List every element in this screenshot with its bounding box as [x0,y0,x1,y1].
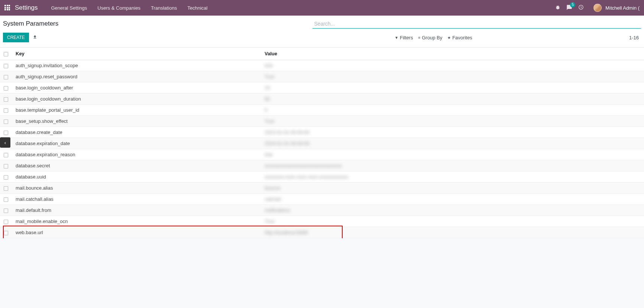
nav-general-settings[interactable]: General Settings [46,5,91,11]
cell-key: mail.default.from [12,205,261,216]
search-input[interactable] [313,19,641,29]
funnel-icon: ▼ [395,36,398,40]
cell-key: base.login_cooldown_duration [12,94,261,105]
list-view: Key Value auth_signup.invitation_scopeb2… [0,47,644,238]
favorites-label: Favorites [452,35,472,40]
cell-key: base.login_cooldown_after [12,82,261,94]
row-checkbox[interactable] [4,119,8,124]
table-row[interactable]: web.base.urlhttp://localhost:8069 [0,227,644,238]
table-row[interactable]: mail.catchall.aliascatchall [0,194,644,205]
groupby-label: Group By [422,35,442,40]
column-header-key[interactable]: Key [12,47,261,60]
table-row[interactable]: mail.default.fromnotifications [0,205,644,216]
cell-value: 2023-01-01 00:00:00 [261,127,644,138]
table-row[interactable]: base_setup.show_effectTrue [0,116,644,127]
column-header-value[interactable]: Value [261,47,644,60]
cell-key: web.base.url [12,227,261,238]
row-checkbox[interactable] [4,86,8,91]
create-button[interactable]: CREATE [3,33,29,42]
groupby-button[interactable]: ≡ Group By [418,35,442,40]
row-checkbox[interactable] [4,231,8,235]
import-button[interactable] [29,32,41,43]
cell-value: 2024-01-01 00:00:00 [261,138,644,149]
cell-key: database.secret [12,160,261,171]
row-checkbox[interactable] [4,131,8,135]
cell-value: 5 [261,105,644,116]
cell-key: auth_signup.reset_password [12,71,261,82]
cell-value: xxxxxxxx-xxxx-xxxx-xxxx-xxxxxxxxxxxx [261,171,644,183]
select-all-checkbox[interactable] [4,52,8,56]
cell-value: True [261,216,644,227]
control-panel: System Parameters CREATE ▼ Filters ≡ Gro… [0,16,644,47]
row-checkbox[interactable] [4,197,8,202]
bug-icon[interactable] [553,5,563,11]
row-checkbox[interactable] [4,186,8,191]
app-brand: Settings [15,4,38,12]
cell-value: catchall [261,194,644,205]
cell-value: trial [261,149,644,160]
table-row[interactable]: auth_signup.reset_passwordTrue [0,71,644,82]
activities-icon[interactable] [576,4,586,11]
row-checkbox[interactable] [4,209,8,213]
table-row[interactable]: base.login_cooldown_after10 [0,82,644,94]
cell-value: True [261,71,644,82]
cell-key: base_setup.show_effect [12,116,261,127]
row-checkbox[interactable] [4,153,8,157]
pager[interactable]: 1-16 [629,35,641,40]
download-icon [33,35,37,39]
cell-key: mail.catchall.alias [12,194,261,205]
messages-icon[interactable]: 5 [564,4,575,12]
star-icon: ★ [447,36,451,40]
cell-key: database.expiration_date [12,138,261,149]
avatar[interactable] [593,4,602,12]
top-nav: Settings General Settings Users & Compan… [0,0,644,16]
filters-label: Filters [400,35,413,40]
row-checkbox[interactable] [4,175,8,180]
table-row[interactable]: database.uuidxxxxxxxx-xxxx-xxxx-xxxx-xxx… [0,171,644,183]
messages-count-badge: 5 [570,2,575,7]
cell-value: 60 [261,94,644,105]
table-row[interactable]: database.expiration_reasontrial [0,149,644,160]
row-checkbox[interactable] [4,108,8,113]
cell-value: http://localhost:8069 [261,227,644,238]
nav-technical[interactable]: Technical [183,5,212,11]
table-row[interactable]: mail_mobile.enable_ocnTrue [0,216,644,227]
nav-translations[interactable]: Translations [146,5,181,11]
row-checkbox[interactable] [4,75,8,79]
list-icon: ≡ [418,36,420,40]
cell-value: True [261,116,644,127]
table-row[interactable]: auth_signup.invitation_scopeb2b [0,60,644,71]
cell-value: xxxxxxxxxxxxxxxxxxxxxxxxxxxxxxxx [261,160,644,171]
table-row[interactable]: base.template_portal_user_id5 [0,105,644,116]
cell-key: auth_signup.invitation_scope [12,60,261,71]
apps-icon[interactable] [4,5,10,11]
table-row[interactable]: base.login_cooldown_duration60 [0,94,644,105]
table-row[interactable]: mail.bounce.aliasbounce [0,183,644,194]
table-row[interactable]: database.create_date2023-01-01 00:00:00 [0,127,644,138]
cell-key: database.uuid [12,171,261,183]
filters-button[interactable]: ▼ Filters [395,35,413,40]
user-menu[interactable]: Mitchell Admin ( [605,5,640,11]
cell-value: 10 [261,82,644,94]
cell-key: mail.bounce.alias [12,183,261,194]
row-checkbox[interactable] [4,164,8,168]
table-row[interactable]: database.secretxxxxxxxxxxxxxxxxxxxxxxxxx… [0,160,644,171]
side-panel-handle[interactable]: ‹ [0,137,10,148]
cell-key: base.template_portal_user_id [12,105,261,116]
breadcrumb: System Parameters [3,19,58,27]
cell-value: b2b [261,60,644,71]
cell-value: notifications [261,205,644,216]
cell-key: database.create_date [12,127,261,138]
cell-value: bounce [261,183,644,194]
row-checkbox[interactable] [4,97,8,102]
cell-key: database.expiration_reason [12,149,261,160]
favorites-button[interactable]: ★ Favorites [447,35,472,40]
table-row[interactable]: database.expiration_date2024-01-01 00:00… [0,138,644,149]
cell-key: mail_mobile.enable_ocn [12,216,261,227]
nav-users-companies[interactable]: Users & Companies [93,5,145,11]
row-checkbox[interactable] [4,64,8,68]
row-checkbox[interactable] [4,220,8,224]
